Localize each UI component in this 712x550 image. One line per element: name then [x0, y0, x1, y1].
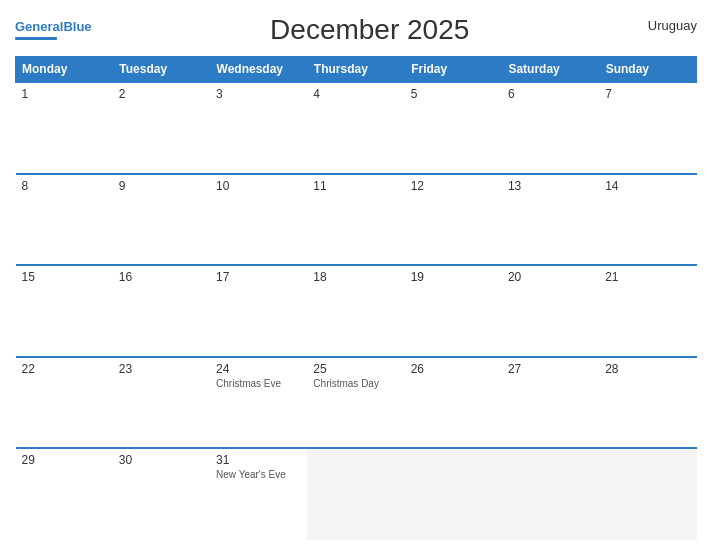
calendar-cell: 22 — [16, 357, 113, 449]
cell-number: 20 — [508, 270, 593, 284]
logo: GeneralBlue — [15, 20, 92, 39]
week-row-3: 15161718192021 — [16, 265, 697, 357]
calendar-cell: 18 — [307, 265, 404, 357]
cell-number: 27 — [508, 362, 593, 376]
cell-number: 24 — [216, 362, 301, 376]
calendar-cell: 23 — [113, 357, 210, 449]
calendar-cell: 26 — [405, 357, 502, 449]
days-header-row: MondayTuesdayWednesdayThursdayFridaySatu… — [16, 57, 697, 83]
calendar-cell: 10 — [210, 174, 307, 266]
week-row-2: 891011121314 — [16, 174, 697, 266]
day-header-saturday: Saturday — [502, 57, 599, 83]
calendar-cell: 28 — [599, 357, 696, 449]
calendar-cell: 5 — [405, 82, 502, 174]
cell-number: 23 — [119, 362, 204, 376]
cell-number: 28 — [605, 362, 690, 376]
cell-number: 2 — [119, 87, 204, 101]
day-header-monday: Monday — [16, 57, 113, 83]
country-label: Uruguay — [648, 14, 697, 33]
cell-number: 7 — [605, 87, 690, 101]
calendar-header: GeneralBlue December 2025 Uruguay — [15, 10, 697, 50]
calendar-cell: 16 — [113, 265, 210, 357]
calendar-cell — [405, 448, 502, 540]
cell-number: 8 — [22, 179, 107, 193]
calendar-cell — [502, 448, 599, 540]
calendar-cell: 14 — [599, 174, 696, 266]
calendar-cell: 19 — [405, 265, 502, 357]
day-header-thursday: Thursday — [307, 57, 404, 83]
calendar-cell: 30 — [113, 448, 210, 540]
cell-number: 13 — [508, 179, 593, 193]
cell-number: 9 — [119, 179, 204, 193]
cell-event: Christmas Eve — [216, 378, 301, 390]
calendar-cell: 4 — [307, 82, 404, 174]
calendar-cell — [307, 448, 404, 540]
calendar-cell: 29 — [16, 448, 113, 540]
cell-number: 14 — [605, 179, 690, 193]
week-row-5: 293031New Year's Eve — [16, 448, 697, 540]
calendar-cell — [599, 448, 696, 540]
cell-number: 1 — [22, 87, 107, 101]
week-row-4: 222324Christmas Eve25Christmas Day262728 — [16, 357, 697, 449]
day-header-sunday: Sunday — [599, 57, 696, 83]
cell-number: 5 — [411, 87, 496, 101]
calendar-cell: 3 — [210, 82, 307, 174]
calendar-cell: 7 — [599, 82, 696, 174]
calendar-table: MondayTuesdayWednesdayThursdayFridaySatu… — [15, 56, 697, 540]
cell-number: 12 — [411, 179, 496, 193]
cell-event: Christmas Day — [313, 378, 398, 390]
calendar-cell: 11 — [307, 174, 404, 266]
cell-number: 19 — [411, 270, 496, 284]
cell-number: 15 — [22, 270, 107, 284]
cell-number: 6 — [508, 87, 593, 101]
week-row-1: 1234567 — [16, 82, 697, 174]
calendar-cell: 13 — [502, 174, 599, 266]
cell-number: 25 — [313, 362, 398, 376]
calendar-cell: 9 — [113, 174, 210, 266]
calendar-cell: 20 — [502, 265, 599, 357]
cell-number: 10 — [216, 179, 301, 193]
cell-number: 31 — [216, 453, 301, 467]
logo-bar — [15, 37, 57, 40]
calendar-cell: 8 — [16, 174, 113, 266]
logo-text: GeneralBlue — [15, 20, 92, 34]
calendar-cell: 6 — [502, 82, 599, 174]
calendar-cell: 25Christmas Day — [307, 357, 404, 449]
cell-number: 17 — [216, 270, 301, 284]
cell-event: New Year's Eve — [216, 469, 301, 481]
cell-number: 18 — [313, 270, 398, 284]
day-header-wednesday: Wednesday — [210, 57, 307, 83]
calendar-cell: 21 — [599, 265, 696, 357]
cell-number: 3 — [216, 87, 301, 101]
logo-general: General — [15, 19, 63, 34]
calendar-cell: 24Christmas Eve — [210, 357, 307, 449]
calendar-cell: 12 — [405, 174, 502, 266]
cell-number: 21 — [605, 270, 690, 284]
day-header-tuesday: Tuesday — [113, 57, 210, 83]
cell-number: 26 — [411, 362, 496, 376]
calendar-cell: 15 — [16, 265, 113, 357]
logo-blue: Blue — [63, 19, 91, 34]
cell-number: 11 — [313, 179, 398, 193]
calendar-cell: 31New Year's Eve — [210, 448, 307, 540]
calendar-cell: 27 — [502, 357, 599, 449]
calendar-cell: 17 — [210, 265, 307, 357]
cell-number: 29 — [22, 453, 107, 467]
calendar-cell: 1 — [16, 82, 113, 174]
cell-number: 16 — [119, 270, 204, 284]
cell-number: 22 — [22, 362, 107, 376]
calendar-cell: 2 — [113, 82, 210, 174]
cell-number: 4 — [313, 87, 398, 101]
day-header-friday: Friday — [405, 57, 502, 83]
month-title: December 2025 — [92, 14, 648, 46]
cell-number: 30 — [119, 453, 204, 467]
